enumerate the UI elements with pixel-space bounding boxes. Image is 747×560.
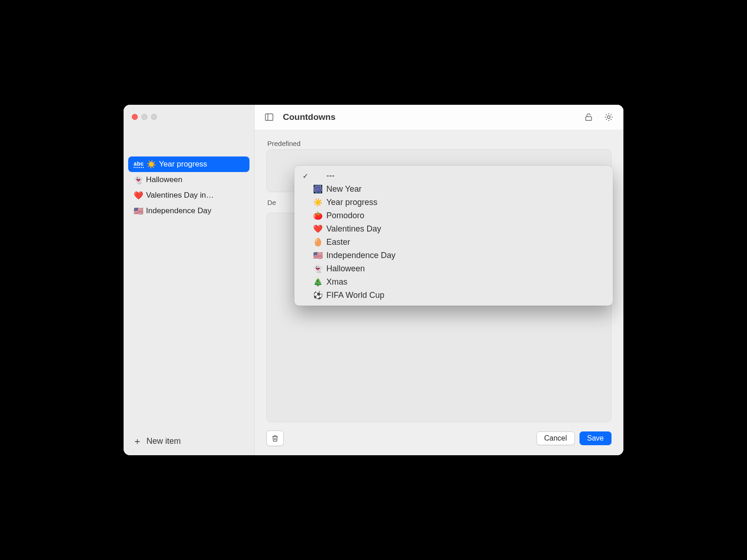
menu-item-label: Easter bbox=[326, 237, 606, 247]
sidebar-item-label: Independence Day bbox=[146, 206, 211, 215]
sidebar-list: abc ☀️ Year progress 👻 Halloween ❤️ Vale… bbox=[128, 130, 249, 433]
fireworks-icon: 🎆 bbox=[313, 185, 323, 193]
gear-icon bbox=[604, 112, 614, 122]
svg-rect-2 bbox=[586, 117, 592, 120]
us-flag-icon: 🇺🇸 bbox=[313, 252, 323, 259]
lock-button[interactable] bbox=[582, 111, 595, 124]
close-window-button[interactable] bbox=[132, 114, 138, 120]
new-item-button[interactable]: ＋ New item bbox=[128, 433, 249, 448]
menu-item-label: --- bbox=[326, 171, 606, 181]
menu-item-xmas[interactable]: 🎄 Xmas bbox=[297, 275, 610, 289]
unlock-icon bbox=[584, 112, 594, 122]
heart-icon: ❤️ bbox=[313, 225, 323, 233]
minimize-window-button[interactable] bbox=[141, 114, 147, 120]
sun-icon: ☀️ bbox=[313, 199, 323, 206]
zoom-window-button[interactable] bbox=[151, 114, 157, 120]
menu-item-independence-day[interactable]: 🇺🇸 Independence Day bbox=[297, 249, 610, 262]
predefined-panel: ✓ --- 🎆 New Year ☀️ Year progres bbox=[266, 149, 612, 192]
sidebar-item-valentines[interactable]: ❤️ Valentines Day in… bbox=[128, 188, 249, 203]
window-controls bbox=[128, 112, 249, 130]
settings-button[interactable] bbox=[602, 111, 615, 124]
content-area: Predefined ✓ --- 🎆 New Year bbox=[254, 129, 623, 431]
menu-item-label: Xmas bbox=[326, 277, 606, 287]
predefined-section-label: Predefined bbox=[267, 140, 612, 147]
sidebar-item-year-progress[interactable]: abc ☀️ Year progress bbox=[128, 156, 249, 172]
menu-item-halloween[interactable]: 👻 Halloween bbox=[297, 262, 610, 275]
toggle-sidebar-button[interactable] bbox=[263, 111, 276, 124]
toolbar: Countdowns bbox=[254, 105, 623, 129]
menu-item-fifa-world-cup[interactable]: ⚽ FIFA World Cup bbox=[297, 289, 610, 302]
soccer-icon: ⚽ bbox=[313, 291, 323, 299]
sun-icon: ☀️ bbox=[146, 161, 156, 168]
menu-item-label: Pomodoro bbox=[326, 211, 606, 221]
heart-icon: ❤️ bbox=[134, 192, 143, 199]
tomato-icon: 🍅 bbox=[313, 212, 323, 220]
menu-item-label: New Year bbox=[326, 184, 606, 194]
delete-button[interactable] bbox=[266, 431, 284, 446]
menu-item-label: FIFA World Cup bbox=[326, 291, 606, 300]
ghost-icon: 👻 bbox=[134, 176, 143, 184]
menu-item-year-progress[interactable]: ☀️ Year progress bbox=[297, 196, 610, 209]
us-flag-icon: 🇺🇸 bbox=[134, 207, 143, 215]
sidebar-item-independence-day[interactable]: 🇺🇸 Independence Day bbox=[128, 203, 249, 219]
rename-indicator-icon: abc bbox=[134, 161, 144, 168]
page-title: Countdowns bbox=[283, 112, 336, 122]
sidebar-item-label: Valentines Day in… bbox=[146, 191, 214, 200]
menu-item-none[interactable]: ✓ --- bbox=[297, 169, 610, 183]
menu-item-pomodoro[interactable]: 🍅 Pomodoro bbox=[297, 209, 610, 222]
save-button[interactable]: Save bbox=[579, 431, 612, 445]
plus-icon: ＋ bbox=[133, 436, 142, 446]
ghost-icon: 👻 bbox=[313, 265, 323, 273]
menu-item-label: Independence Day bbox=[326, 251, 606, 260]
main-panel: Countdowns Predefined bbox=[254, 105, 623, 455]
sidebar-item-halloween[interactable]: 👻 Halloween bbox=[128, 172, 249, 188]
tree-icon: 🎄 bbox=[313, 278, 323, 286]
sidebar: abc ☀️ Year progress 👻 Halloween ❤️ Vale… bbox=[124, 105, 254, 455]
app-window: abc ☀️ Year progress 👻 Halloween ❤️ Vale… bbox=[124, 105, 623, 455]
menu-item-label: Year progress bbox=[326, 198, 606, 207]
menu-item-valentines[interactable]: ❤️ Valentines Day bbox=[297, 222, 610, 236]
egg-icon: 🥚 bbox=[313, 238, 323, 246]
checkmark-icon: ✓ bbox=[302, 172, 309, 180]
predefined-dropdown-menu[interactable]: ✓ --- 🎆 New Year ☀️ Year progres bbox=[294, 166, 613, 306]
menu-item-label: Valentines Day bbox=[326, 224, 606, 234]
svg-rect-0 bbox=[265, 114, 273, 121]
cancel-button[interactable]: Cancel bbox=[536, 431, 575, 445]
sidebar-item-label: Halloween bbox=[146, 175, 182, 184]
sidebar-icon bbox=[264, 112, 274, 122]
new-item-label: New item bbox=[146, 436, 181, 446]
footer: Cancel Save bbox=[254, 431, 623, 455]
svg-point-3 bbox=[607, 116, 610, 118]
menu-item-new-year[interactable]: 🎆 New Year bbox=[297, 183, 610, 196]
menu-item-easter[interactable]: 🥚 Easter bbox=[297, 236, 610, 249]
menu-item-label: Halloween bbox=[326, 264, 606, 274]
sidebar-item-label: Year progress bbox=[159, 160, 207, 169]
trash-icon bbox=[271, 434, 279, 442]
